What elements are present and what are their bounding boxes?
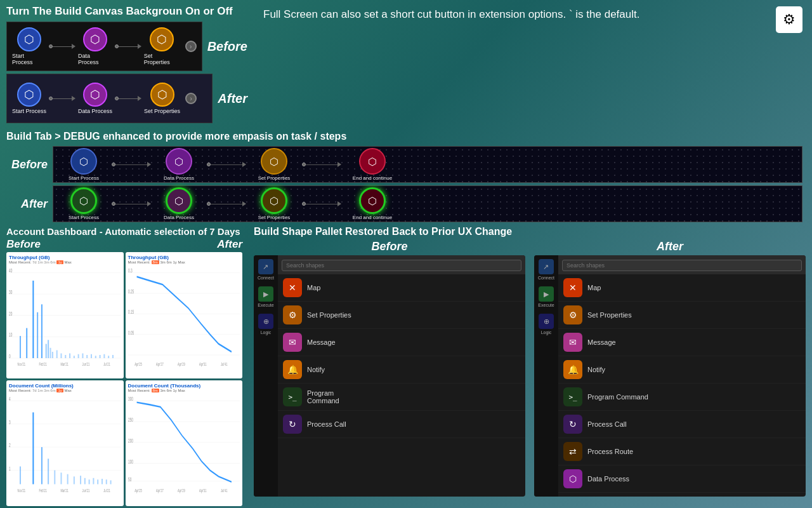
after-sidebar-execute[interactable]: ▶ Execute [538, 286, 554, 307]
sidebar-execute[interactable]: ▶ Execute [258, 286, 273, 307]
dbg-after-conn-1 [112, 201, 151, 206]
svg-rect-75 [110, 480, 112, 484]
pallet-after-col: After ↗ Connect ▶ Execute ⊕ [534, 240, 806, 497]
dbg-conn-3 [302, 162, 341, 167]
flow-shape-set: ⬡ Set Properties [144, 27, 180, 65]
after-pallet-item-notify[interactable]: 🔔 Notify [558, 356, 806, 384]
gear-icon: ⚙ [783, 11, 796, 28]
svg-text:40: 40 [9, 268, 12, 274]
gear-button[interactable]: ⚙ [776, 6, 802, 33]
charts-title: Account Dashboard - Automatic selection … [6, 226, 242, 237]
svg-text:Jun'21: Jun'21 [82, 362, 89, 366]
sidebar-connect[interactable]: ↗ Connect [258, 259, 274, 280]
connector-a1 [49, 96, 75, 101]
pallet-after-search-input[interactable] [562, 260, 802, 271]
after-pallet-item-procroute[interactable]: ⇄ Process Route [558, 438, 806, 465]
connector-a2 [115, 96, 141, 101]
debug-after-label: After [6, 197, 48, 211]
svg-rect-67 [74, 476, 75, 484]
svg-rect-61 [32, 412, 34, 484]
flow-end-indicator: › [185, 41, 197, 52]
debug-after-end: ⬡ End and continue [344, 187, 401, 220]
svg-text:100: 100 [128, 458, 133, 464]
svg-text:Feb'21: Feb'21 [39, 488, 47, 492]
debug-section: Build Tab > DEBUG enhanced to provide mo… [0, 128, 812, 226]
charts-before-label: Before [6, 238, 41, 251]
pallet-item-proccall[interactable]: ↻ Process Call [278, 411, 525, 438]
flow-shape-data: ⬡ Data Process [78, 27, 112, 65]
pallet-item-map[interactable]: ✕ Map [278, 274, 525, 302]
after-pallet-item-proccall[interactable]: ↻ Process Call [558, 411, 806, 438]
sidebar-logic[interactable]: ⊕ Logic [258, 314, 273, 335]
chart4-svg: 300 250 200 100 50 Apr'25 Apr'27 Apr'29 … [128, 393, 240, 493]
svg-text:300: 300 [128, 396, 133, 401]
svg-rect-30 [103, 354, 105, 358]
svg-rect-23 [74, 356, 75, 358]
svg-rect-11 [26, 328, 27, 358]
svg-text:2: 2 [9, 442, 11, 448]
pallet-item-notify[interactable]: 🔔 Notify [278, 356, 525, 384]
svg-text:Mar'21: Mar'21 [60, 488, 68, 492]
svg-rect-28 [95, 356, 96, 358]
after-sidebar-connect[interactable]: ↗ Connect [538, 259, 554, 280]
svg-text:0.25: 0.25 [128, 288, 134, 294]
after-sidebar-logic[interactable]: ⊕ Logic [539, 314, 554, 335]
svg-text:200: 200 [128, 438, 133, 443]
pallet-after-panel: ↗ Connect ▶ Execute ⊕ Logic [534, 255, 806, 497]
svg-text:Jul'21: Jul'21 [103, 488, 110, 492]
svg-text:Jun'21: Jun'21 [82, 488, 89, 492]
svg-text:Apr'29: Apr'29 [178, 362, 185, 366]
pallets-section: Build Shape Pallet Restored Back to Prio… [247, 226, 812, 508]
pallet-after-list: ✕ Map ⚙ Set Properties ✉ Message 🔔 [558, 255, 806, 497]
svg-text:Nov'21: Nov'21 [18, 488, 26, 492]
svg-text:0.15: 0.15 [128, 309, 134, 315]
svg-rect-69 [84, 478, 86, 484]
after-pallet-item-map[interactable]: ✕ Map [558, 274, 806, 302]
svg-rect-26 [86, 355, 88, 358]
pallet-before-panel: ↗ Connect ▶ Execute ⊕ Logic [254, 255, 525, 497]
svg-text:0: 0 [9, 354, 11, 359]
svg-text:4: 4 [9, 396, 11, 401]
svg-text:Jul'41: Jul'41 [220, 362, 227, 366]
debug-title: Build Tab > DEBUG enhanced to provide mo… [6, 131, 802, 142]
dbg-after-conn-2 [207, 201, 246, 206]
svg-rect-73 [102, 479, 103, 485]
after-pallet-item-findchanges[interactable]: 🔍 Find Changes [558, 493, 806, 497]
after-pallet-item-dataproc[interactable]: ⬡ Data Process [558, 465, 806, 493]
svg-rect-21 [65, 355, 66, 358]
pallet-before-search-input[interactable] [282, 260, 521, 271]
chart-throughput-after: Throughput (GB) Most Recent: 8m 3m 6m 1y… [126, 252, 243, 378]
svg-text:10: 10 [9, 332, 12, 338]
dbg-conn-1 [112, 162, 151, 167]
debug-before-label: Before [6, 158, 48, 171]
pallet-before-sidebar: ↗ Connect ▶ Execute ⊕ Logic [254, 255, 278, 497]
pallet-before-label: Before [254, 240, 525, 253]
svg-text:Apr'31: Apr'31 [199, 362, 207, 366]
pallet-item-message[interactable]: ✉ Message [278, 329, 525, 356]
chart1-svg: 40 30 20 10 0 [9, 265, 121, 368]
svg-rect-12 [32, 281, 34, 358]
svg-text:3: 3 [9, 419, 11, 425]
pallet-item-progcmd[interactable]: >_ ProgramCommand [278, 384, 525, 411]
svg-rect-70 [89, 479, 90, 484]
pallets-title: Build Shape Pallet Restored Back to Prio… [254, 226, 806, 237]
after-pallet-item-progcmd[interactable]: >_ Program Command [558, 384, 806, 411]
after-pallet-item-message[interactable]: ✉ Message [558, 329, 806, 356]
svg-text:50: 50 [128, 476, 131, 482]
charts-after-label: After [217, 238, 242, 251]
svg-rect-68 [80, 476, 81, 484]
debug-after-start: ⬡ Start Process [58, 187, 109, 220]
svg-text:Jul'41: Jul'41 [220, 488, 226, 492]
svg-text:30: 30 [9, 290, 12, 295]
svg-rect-32 [112, 355, 114, 358]
svg-rect-17 [49, 348, 51, 358]
svg-rect-15 [46, 344, 47, 358]
pallet-item-setprops[interactable]: ⚙ Set Properties [278, 302, 525, 329]
svg-rect-60 [20, 466, 21, 484]
svg-rect-66 [67, 474, 69, 484]
canvas-before-panel: ⬡ Start Process ⬡ Data Process ⬡ [6, 22, 202, 71]
svg-rect-14 [41, 304, 43, 358]
fullscreen-text: Full Screen can also set a short cut but… [263, 6, 769, 23]
svg-rect-72 [97, 479, 98, 484]
after-pallet-item-setprops[interactable]: ⚙ Set Properties [558, 302, 806, 329]
